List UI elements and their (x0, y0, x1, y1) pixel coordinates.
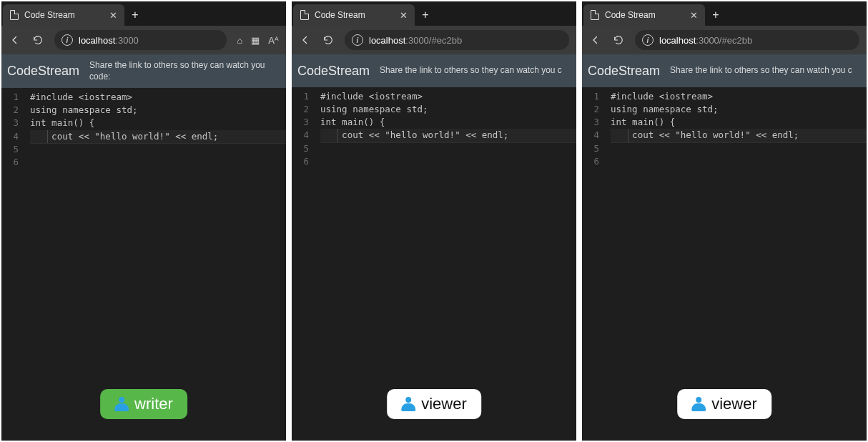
code-line[interactable]: int main() { (30, 117, 286, 129)
code-line[interactable]: using namespace std; (611, 103, 867, 116)
back-button[interactable] (299, 34, 312, 46)
line-number: 1 (1, 91, 19, 104)
person-icon (401, 397, 415, 411)
role-label: writer (134, 395, 173, 413)
address-bar: ilocalhost:3000/#ec2bb (292, 26, 576, 54)
line-number: 1 (582, 90, 599, 103)
code-line[interactable] (320, 142, 576, 143)
line-gutter: 123456 (292, 87, 315, 441)
line-number: 3 (582, 116, 599, 129)
close-icon[interactable]: ✕ (109, 10, 117, 21)
code-editor[interactable]: 123456#include <iostream>using namespace… (1, 88, 286, 441)
back-button[interactable] (589, 34, 602, 46)
url-host: localhost (79, 35, 115, 46)
tab-title: Code Stream (24, 10, 75, 20)
code-line[interactable]: #include <iostream> (611, 90, 867, 103)
url-host: localhost (369, 35, 405, 46)
line-number: 6 (292, 155, 309, 168)
tab-strip: Code Stream✕+ (292, 1, 576, 26)
site-info-icon[interactable]: i (352, 34, 363, 46)
code-line[interactable]: using namespace std; (320, 103, 576, 116)
code-line[interactable] (30, 143, 286, 144)
line-number: 2 (292, 103, 309, 116)
line-number: 2 (582, 103, 599, 116)
briefcase-icon[interactable]: ⌂ (237, 35, 242, 46)
app-logo: CodeStream (297, 64, 370, 79)
code-line[interactable]: cout << "hello world!" << endl; (30, 130, 286, 143)
app-tagline: Share the link to others so they can wat… (380, 65, 562, 77)
address-bar: ilocalhost:3000⌂▦Aᴬ (1, 26, 286, 54)
code-line[interactable]: cout << "hello world!" << endl; (611, 129, 867, 142)
line-number: 6 (582, 155, 599, 168)
line-number: 4 (292, 129, 309, 142)
app-logo: CodeStream (7, 64, 79, 79)
code-column[interactable]: #include <iostream>using namespace std;i… (24, 88, 286, 441)
site-info-icon[interactable]: i (642, 34, 654, 46)
line-number: 3 (292, 116, 309, 129)
toolbar-icons: ⌂▦Aᴬ (237, 35, 279, 46)
text-style-icon[interactable]: Aᴬ (268, 35, 279, 46)
browser-tab[interactable]: Code Stream✕ (3, 4, 124, 26)
code-column[interactable]: #include <iostream>using namespace std;i… (605, 87, 867, 441)
close-icon[interactable]: ✕ (690, 10, 698, 21)
role-badge: writer (100, 389, 187, 419)
code-line[interactable]: #include <iostream> (320, 90, 576, 103)
app-header: CodeStreamShare the link to others so th… (582, 54, 867, 87)
code-text: using namespace std; (611, 104, 719, 114)
code-line[interactable]: int main() { (611, 116, 867, 129)
code-text: cout << "hello world!" << endl; (320, 129, 508, 140)
qr-icon[interactable]: ▦ (251, 35, 260, 46)
role-label: viewer (711, 395, 757, 413)
page-icon (10, 10, 19, 20)
url-box[interactable]: ilocalhost:3000/#ec2bb (345, 30, 569, 50)
line-number: 4 (1, 130, 19, 143)
role-badge: viewer (387, 389, 481, 419)
person-icon (114, 397, 129, 411)
refresh-button[interactable] (31, 34, 44, 46)
close-icon[interactable]: ✕ (400, 10, 408, 21)
url-box[interactable]: ilocalhost:3000 (54, 30, 227, 50)
line-gutter: 123456 (582, 87, 605, 441)
tab-title: Code Stream (605, 10, 656, 20)
new-tab-button[interactable]: + (705, 4, 726, 26)
new-tab-button[interactable]: + (415, 4, 436, 26)
code-editor[interactable]: 123456#include <iostream>using namespace… (292, 87, 576, 441)
code-line[interactable]: cout << "hello world!" << endl; (320, 129, 576, 142)
app-tagline: Share the link to others so they can wat… (89, 60, 280, 82)
site-info-icon[interactable]: i (61, 34, 73, 46)
code-editor[interactable]: 123456#include <iostream>using namespace… (582, 87, 867, 441)
browser-tab[interactable]: Code Stream✕ (583, 4, 705, 26)
line-number: 5 (1, 143, 19, 156)
refresh-button[interactable] (612, 34, 625, 46)
url-box[interactable]: ilocalhost:3000/#ec2bb (635, 30, 859, 50)
browser-tab[interactable]: Code Stream✕ (293, 4, 415, 26)
line-number: 5 (582, 142, 599, 155)
page-icon (300, 10, 309, 20)
address-bar: ilocalhost:3000/#ec2bb (582, 26, 867, 54)
code-column[interactable]: #include <iostream>using namespace std;i… (315, 87, 576, 441)
new-tab-button[interactable]: + (124, 4, 146, 26)
browser-pane: Code Stream✕+ilocalhost:3000⌂▦AᴬCodeStre… (1, 1, 286, 441)
back-button[interactable] (9, 34, 21, 46)
person-icon (691, 397, 706, 411)
indent-guide (337, 129, 338, 142)
code-text: #include <iostream> (320, 91, 423, 102)
code-line[interactable]: int main() { (320, 116, 576, 129)
code-line[interactable]: using namespace std; (30, 104, 286, 117)
code-line[interactable] (611, 142, 867, 143)
code-text: cout << "hello world!" << endl; (30, 131, 218, 142)
code-text: int main() { (320, 117, 385, 127)
code-text: cout << "hello world!" << endl; (611, 129, 799, 140)
page-icon (591, 10, 599, 20)
app-logo: CodeStream (588, 64, 660, 79)
indent-guide (47, 130, 48, 143)
code-line[interactable]: #include <iostream> (30, 91, 286, 104)
refresh-button[interactable] (322, 34, 335, 46)
line-gutter: 123456 (1, 88, 24, 441)
app-header: CodeStreamShare the link to others so th… (1, 54, 286, 88)
code-text: int main() { (30, 117, 94, 128)
url-host: localhost (659, 35, 696, 46)
code-text: using namespace std; (30, 104, 138, 115)
url-rest: :3000/#ec2bb (696, 35, 752, 46)
code-text: #include <iostream> (611, 91, 713, 102)
